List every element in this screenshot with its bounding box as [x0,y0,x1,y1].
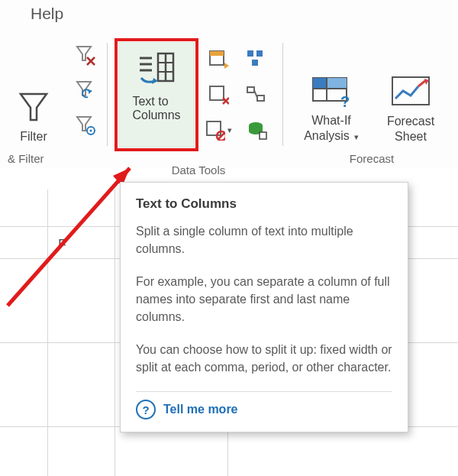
svg-rect-28 [252,60,258,66]
text-to-columns-button[interactable]: Text to Columns [118,42,195,147]
svg-rect-26 [247,50,253,57]
help-icon: ? [136,400,156,419]
ribbon: Help Filter & Filter [0,0,458,168]
tooltip-text-to-columns: Text to Columns Split a single column of… [120,182,408,432]
group-forecast: ? What-If Analysis ▾ Forecast Sheet [292,41,452,147]
group-label-sort-filter: & Filter [6,152,107,165]
advanced-filter-button[interactable] [72,112,99,139]
tooltip-title: Text to Columns [136,196,392,212]
consolidate-button[interactable] [243,46,270,73]
tell-me-more-label: Tell me more [163,403,238,416]
svg-rect-20 [210,86,224,100]
relationships-button[interactable] [243,81,270,108]
tooltip-p1: Split a single column of text into multi… [136,222,392,257]
svg-rect-35 [313,78,327,89]
text-to-columns-highlight: Text to Columns [114,38,198,151]
group-sort-filter: Filter & Filter [6,41,107,147]
whatif-label-1: What-If [311,114,351,127]
excel-ribbon-screenshot: Help Filter & Filter [0,0,458,476]
forecast-sheet-icon [389,74,432,109]
t2c-label-2: Columns [132,108,180,121]
chevron-down-icon: ▾ [227,125,232,135]
svg-rect-27 [256,50,263,57]
group-label-data-tools: Data Tools [118,164,279,176]
remove-duplicates-icon [208,84,229,105]
svg-text:?: ? [340,93,350,108]
remove-duplicates-button[interactable] [205,81,232,108]
tell-me-more-link[interactable]: ? Tell me more [136,400,392,419]
clear-filter-button[interactable] [72,41,99,69]
text-to-columns-icon [135,50,178,87]
manage-data-model-button[interactable] [243,116,270,144]
funnel-advanced-icon [74,114,97,137]
svg-marker-19 [224,63,229,69]
svg-marker-5 [89,89,92,94]
forecast-label-2: Sheet [395,130,427,143]
tooltip-p3: You can choose how to split it up: fixed… [136,341,392,376]
svg-marker-0 [21,94,47,120]
reapply-filter-button[interactable] [72,76,99,104]
data-validation-button[interactable]: ▾ [205,116,232,144]
group-label-forecast: Forecast [292,152,452,165]
filter-button[interactable]: Filter [6,41,61,144]
whatif-label-2: Analysis [304,129,350,142]
funnel-icon [16,89,51,125]
group-separator [107,43,108,146]
data-model-icon [246,119,267,141]
group-separator-2 [282,43,283,146]
t2c-label-1: Text to [132,95,168,108]
svg-rect-33 [260,132,266,139]
consolidate-icon [246,49,267,70]
tab-help[interactable]: Help [31,5,63,23]
tooltip-p2: For example, you can separate a column o… [136,273,392,325]
relationships-icon [246,84,267,105]
filter-label: Filter [20,129,47,144]
svg-marker-6 [77,117,91,131]
forecast-sheet-button[interactable]: Forecast Sheet [374,41,447,144]
svg-rect-18 [210,51,224,56]
flash-fill-icon [208,49,229,70]
funnel-clear-icon [74,44,97,66]
column-header-F[interactable]: F [58,237,66,253]
funnel-reapply-icon [74,79,97,102]
flash-fill-button[interactable] [205,46,232,73]
tooltip-divider [136,391,392,392]
svg-rect-36 [327,78,347,89]
svg-rect-29 [247,87,254,92]
what-if-analysis-button[interactable]: ? What-If Analysis ▾ [292,41,371,144]
forecast-label-1: Forecast [387,115,434,128]
svg-rect-30 [257,96,264,101]
chevron-down-icon: ▾ [352,132,359,141]
what-if-icon: ? [310,73,353,108]
svg-line-31 [254,90,257,98]
svg-point-8 [90,130,92,132]
data-validation-icon [205,119,225,141]
